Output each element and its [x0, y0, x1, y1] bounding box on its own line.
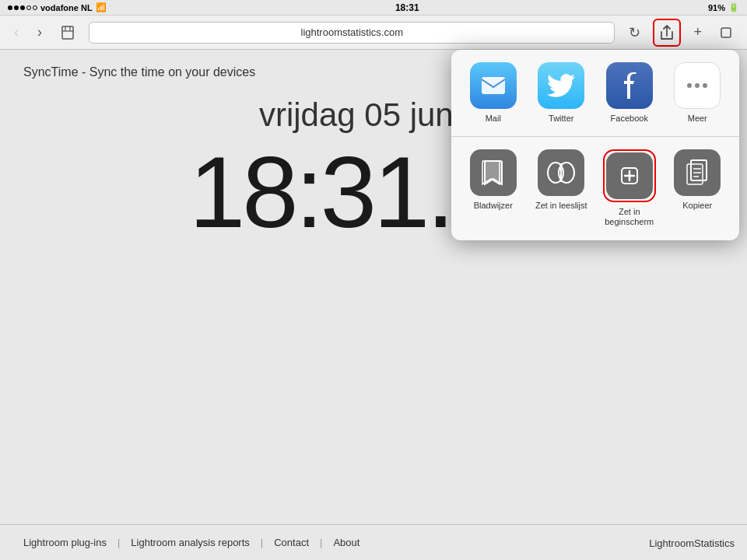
back-button[interactable]: ‹	[9, 21, 23, 44]
bookmarks-icon	[470, 149, 517, 196]
share-item-facebook[interactable]: Facebook	[598, 62, 661, 124]
signal-dot	[14, 5, 19, 10]
tabs-button[interactable]	[714, 23, 738, 43]
share-button[interactable]	[653, 19, 681, 47]
share-item-twitter[interactable]: Twitter	[531, 62, 593, 124]
nav-link-plugins[interactable]: Lightroom plug-ins	[12, 537, 117, 548]
svg-rect-9	[691, 160, 707, 180]
svg-rect-10	[687, 164, 703, 184]
bookmarks-button[interactable]	[56, 23, 79, 43]
battery-icon: 🔋	[728, 2, 739, 12]
battery-label: 91%	[708, 3, 725, 12]
mail-icon	[470, 62, 517, 109]
more-dots	[687, 83, 707, 88]
page-title: SyncTime - Sync the time on your devices	[23, 65, 255, 79]
meer-label: Meer	[688, 114, 707, 124]
nav-link-reports[interactable]: Lightroom analysis reports	[120, 537, 260, 548]
wifi-icon: 📶	[96, 2, 107, 12]
time-display: 18:31	[395, 2, 419, 13]
share-item-leeslijst[interactable]: Zet in leeslijst	[531, 149, 593, 211]
share-row-1: Mail Twitter Facebook	[451, 50, 739, 136]
status-bar: vodafone NL 📶 18:31 91% 🔋	[0, 0, 747, 16]
svg-rect-0	[62, 26, 73, 39]
svg-rect-1	[721, 28, 731, 37]
facebook-label: Facebook	[611, 114, 648, 124]
reload-button[interactable]: ↻	[624, 21, 645, 44]
copy-icon	[674, 149, 721, 196]
signal-dot	[20, 5, 25, 10]
share-item-meer[interactable]: Meer	[667, 62, 729, 124]
url-bar[interactable]: lightroomstatistics.com	[89, 22, 615, 44]
nav-bar: ‹ › lightroomstatistics.com ↻ +	[0, 16, 747, 50]
signal-dot	[8, 5, 12, 10]
beginscherm-highlight	[603, 149, 656, 202]
nav-right-buttons: ↻ +	[624, 19, 738, 47]
share-item-bladwijzer[interactable]: Bladwijzer	[462, 149, 524, 211]
readinglist-icon	[538, 149, 584, 196]
twitter-icon	[538, 62, 584, 109]
share-item-beginscherm[interactable]: Zet in beginscherm	[598, 149, 661, 227]
share-item-mail[interactable]: Mail	[462, 62, 524, 124]
bottom-nav-links: Lightroom plug-ins | Lightroom analysis …	[12, 537, 370, 548]
kopieer-label: Kopieer	[682, 201, 712, 211]
share-popup: Mail Twitter Facebook	[451, 50, 739, 240]
carrier-label: vodafone NL	[40, 3, 93, 12]
nav-link-about[interactable]: About	[322, 537, 370, 548]
bottom-nav-brand: LightroomStatistics	[649, 536, 735, 550]
nav-link-contact[interactable]: Contact	[263, 537, 320, 548]
meer-icon	[674, 62, 721, 109]
url-text: lightroomstatistics.com	[301, 26, 403, 38]
bladwijzer-label: Bladwijzer	[474, 201, 513, 211]
status-left: vodafone NL 📶	[8, 2, 107, 12]
forward-button[interactable]: ›	[33, 21, 47, 44]
facebook-icon	[606, 62, 653, 109]
signal-dot-empty	[26, 5, 31, 10]
brand-label: LightroomStatistics	[649, 537, 735, 549]
beginscherm-label: Zet in beginscherm	[598, 207, 661, 227]
svg-rect-2	[482, 77, 505, 94]
share-row-2: Bladwijzer Zet in leeslijst	[451, 136, 739, 240]
twitter-label: Twitter	[549, 114, 573, 124]
new-tab-button[interactable]: +	[689, 21, 707, 44]
mail-label: Mail	[486, 114, 501, 124]
signal-dots	[8, 5, 37, 10]
share-item-kopieer[interactable]: Kopieer	[667, 149, 729, 211]
leeslijst-label: Zet in leeslijst	[535, 201, 587, 211]
status-right: 91% 🔋	[708, 2, 739, 12]
bottom-nav: Lightroom plug-ins | Lightroom analysis …	[0, 524, 747, 560]
signal-dot-empty	[33, 5, 37, 10]
homescreen-icon	[606, 152, 653, 199]
